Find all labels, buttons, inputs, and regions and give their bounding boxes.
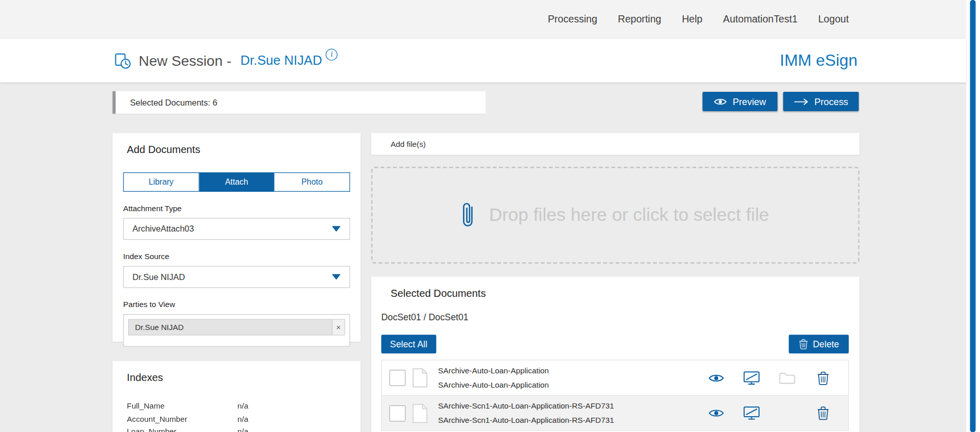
document-icon: [412, 368, 428, 388]
party-chip: Dr.Sue NIJAD ×: [128, 319, 345, 336]
delete-document-button[interactable]: [805, 405, 841, 421]
preview-button[interactable]: Preview: [702, 92, 777, 111]
add-files-label: Add file(s): [390, 140, 426, 148]
view-document-button[interactable]: [698, 405, 734, 421]
index-source-label: Index Source: [123, 252, 169, 261]
document-title-line2: SArchive-Auto-Loan-Application: [438, 380, 549, 389]
parties-to-view-label: Parties to View: [123, 300, 175, 309]
vertical-scrollbar[interactable]: [970, 0, 975, 432]
document-list: SArchive-Auto-Loan-Application SArchive-…: [381, 360, 849, 431]
trash-icon: [817, 405, 829, 421]
index-row: Account_Number n/a: [127, 413, 346, 425]
document-title-line1: SArchive-Auto-Loan-Application: [438, 366, 549, 375]
delete-button[interactable]: Delete: [789, 335, 849, 353]
tab-library[interactable]: Library: [123, 172, 199, 192]
index-name: Loan_Number: [127, 427, 238, 432]
top-navigation: Processing Reporting Help AutomationTest…: [0, 0, 966, 39]
index-value: n/a: [237, 415, 248, 423]
nav-item-processing[interactable]: Processing: [548, 14, 597, 25]
nav-item-username[interactable]: AutomationTest1: [723, 14, 798, 25]
folder-icon: [779, 371, 796, 385]
trash-icon: [798, 339, 807, 350]
index-source-select[interactable]: Dr.Sue NIJAD: [123, 266, 350, 288]
tab-photo[interactable]: Photo: [275, 172, 350, 192]
document-row-actions: [698, 405, 841, 421]
add-documents-panel: Add Documents Library Attach Photo Attac…: [112, 133, 360, 342]
dropzone-text: Drop files here or click to select file: [489, 205, 769, 225]
docset-breadcrumb: DocSet01 / DocSet01: [381, 312, 469, 322]
process-button-label: Process: [814, 96, 848, 107]
selected-documents-count-bar: Selected Documents: 6: [112, 91, 485, 114]
chevron-down-icon: [332, 274, 340, 280]
indexes-panel: Indexes Full_Name n/a Account_Number n/a…: [112, 361, 360, 432]
indexes-title: Indexes: [127, 372, 163, 384]
nav-item-reporting[interactable]: Reporting: [618, 14, 662, 25]
document-checkbox[interactable]: [389, 405, 406, 421]
info-icon[interactable]: i: [326, 48, 337, 60]
present-document-button[interactable]: [734, 370, 770, 386]
trash-icon: [817, 370, 829, 386]
index-row: Loan_Number n/a: [127, 425, 346, 432]
page-header: New Session - Dr.Sue NIJAD i IMM eSign: [0, 39, 966, 83]
file-dropzone[interactable]: Drop files here or click to select file: [371, 167, 859, 264]
document-titles: SArchive-Scn1-Auto-Loan-Application-RS-A…: [438, 401, 614, 424]
attachment-type-value: ArchiveAttach03: [133, 224, 194, 234]
selected-documents-panel: Selected Documents DocSet01 / DocSet01 S…: [371, 276, 859, 432]
eye-icon: [708, 372, 724, 383]
session-clock-icon: [114, 52, 131, 69]
attachment-type-label: Attachment Type: [123, 204, 182, 213]
eye-icon: [714, 97, 727, 106]
process-button[interactable]: Process: [783, 92, 859, 111]
view-document-button[interactable]: [698, 370, 734, 386]
nav-item-logout[interactable]: Logout: [818, 14, 849, 25]
chevron-down-icon: [332, 226, 340, 232]
monitor-icon: [743, 371, 760, 385]
present-document-button[interactable]: [734, 405, 770, 421]
select-all-button[interactable]: Select All: [381, 335, 436, 353]
paperclip-icon: [461, 201, 475, 230]
selected-documents-count: Selected Documents: 6: [130, 98, 217, 107]
add-documents-tabs: Library Attach Photo: [123, 172, 350, 192]
monitor-icon: [743, 406, 760, 420]
document-icon: [412, 403, 428, 423]
delete-button-label: Delete: [813, 339, 839, 349]
arrow-right-icon: [794, 98, 808, 106]
document-title-line1: SArchive-Scn1-Auto-Loan-Application-RS-A…: [438, 401, 614, 410]
party-chip-label: Dr.Sue NIJAD: [129, 323, 332, 332]
select-all-label: Select All: [390, 339, 427, 349]
folder-button[interactable]: [769, 370, 805, 386]
document-checkbox[interactable]: [389, 370, 406, 386]
action-cell-empty: [769, 405, 805, 421]
delete-document-button[interactable]: [805, 370, 841, 386]
session-name: Dr.Sue NIJAD: [240, 53, 322, 68]
index-row: Full_Name n/a: [127, 400, 346, 413]
close-icon[interactable]: ×: [332, 320, 344, 335]
document-row: SArchive-Scn1-Auto-Loan-Application-RS-A…: [382, 395, 848, 430]
add-documents-title: Add Documents: [127, 144, 201, 156]
index-source-value: Dr.Sue NIJAD: [133, 272, 185, 282]
attachment-type-select[interactable]: ArchiveAttach03: [123, 218, 350, 240]
index-name: Account_Number: [127, 415, 238, 423]
nav-item-help[interactable]: Help: [682, 14, 702, 25]
preview-button-label: Preview: [732, 96, 766, 107]
parties-to-view-field[interactable]: Dr.Sue NIJAD ×: [123, 314, 350, 347]
index-value: n/a: [237, 402, 248, 411]
brand-logo: IMM eSign: [780, 51, 857, 70]
indexes-list: Full_Name n/a Account_Number n/a Loan_Nu…: [127, 400, 346, 432]
index-name: Full_Name: [127, 402, 238, 411]
index-value: n/a: [237, 427, 248, 432]
document-titles: SArchive-Auto-Loan-Application SArchive-…: [438, 366, 549, 389]
viewport: Processing Reporting Help AutomationTest…: [0, 0, 980, 432]
document-row: SArchive-Auto-Loan-Application SArchive-…: [382, 361, 848, 396]
page-title: New Session -: [139, 52, 235, 69]
tab-attach[interactable]: Attach: [199, 172, 275, 192]
selected-documents-title: Selected Documents: [390, 287, 485, 299]
header-title-group: New Session - Dr.Sue NIJAD i: [114, 48, 338, 73]
document-title-line2: SArchive-Scn1-Auto-Loan-Application-RS-A…: [438, 416, 614, 425]
document-row-actions: [698, 370, 841, 386]
eye-icon: [708, 408, 724, 419]
add-files-bar: Add file(s): [371, 133, 859, 155]
